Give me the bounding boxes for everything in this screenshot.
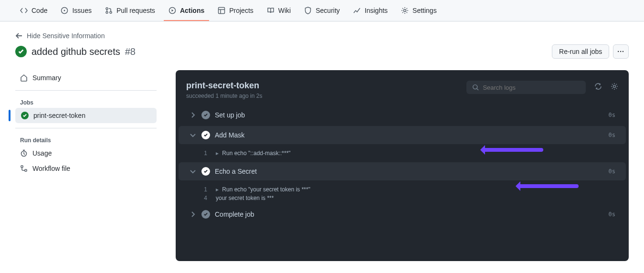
tab-wiki[interactable]: Wiki [262, 0, 296, 21]
log-line: 1 ▸ Run echo "::add-mask::***" [186, 149, 618, 158]
rerun-all-jobs-button[interactable]: Re-run all jobs [552, 44, 609, 59]
sidebar-usage[interactable]: Usage [15, 146, 157, 161]
workflow-file-icon [20, 165, 28, 172]
log-settings-button[interactable] [611, 83, 618, 92]
tab-code[interactable]: Code [15, 0, 52, 21]
arrow-left-icon [15, 32, 23, 40]
step-name: Add Mask [215, 131, 609, 139]
svg-rect-6 [219, 8, 225, 14]
more-actions-button[interactable]: ··· [613, 44, 629, 59]
settings-icon [401, 7, 409, 14]
divider [15, 90, 157, 91]
step-status-success-icon [201, 131, 210, 139]
projects-icon [218, 7, 225, 14]
divider [15, 128, 157, 128]
gear-icon [611, 83, 618, 90]
sidebar-summary[interactable]: Summary [15, 70, 157, 85]
tab-label: Code [32, 7, 47, 14]
sidebar-item-label: Summary [32, 74, 61, 82]
chevron-right-icon [189, 210, 197, 218]
tab-label: Settings [412, 7, 437, 14]
stopwatch-icon [20, 149, 28, 157]
refresh-icon [594, 83, 602, 90]
tab-projects[interactable]: Projects [213, 0, 258, 21]
svg-point-1 [64, 10, 65, 11]
jobs-heading: Jobs [15, 95, 157, 108]
refresh-button[interactable] [594, 83, 602, 92]
step-add-mask[interactable]: Add Mask 0s [179, 126, 626, 144]
svg-rect-9 [21, 166, 23, 168]
job-subtitle: succeeded 1 minute ago in 2s [186, 93, 262, 99]
code-icon [20, 7, 28, 14]
tab-issues[interactable]: Issues [56, 0, 96, 21]
issues-icon [61, 7, 68, 14]
home-icon [20, 74, 28, 82]
step-duration: 0s [609, 112, 615, 118]
svg-point-3 [106, 11, 108, 13]
tab-label: Actions [180, 7, 204, 14]
tab-label: Issues [72, 7, 91, 14]
run-number: #8 [125, 46, 136, 57]
line-number: 1 [198, 150, 207, 157]
run-details-heading: Run details [15, 133, 157, 146]
tab-actions[interactable]: Actions [164, 0, 209, 21]
actions-icon [169, 7, 176, 14]
wiki-icon [267, 7, 274, 14]
annotation-arrow [481, 148, 543, 152]
run-status-success-icon [15, 46, 27, 57]
line-text: Run echo "::add-mask::***" [222, 150, 290, 157]
step-complete-job[interactable]: Complete job 0s [179, 205, 626, 223]
search-logs-input[interactable] [466, 81, 586, 94]
line-text: your secret token is *** [216, 195, 274, 201]
chevron-right-icon [189, 111, 197, 119]
chevron-down-icon [189, 168, 197, 175]
sidebar-job-print-secret-token[interactable]: print-secret-token [15, 108, 157, 123]
search-icon [472, 84, 479, 91]
job-title: print-secret-token [186, 81, 262, 91]
line-text: Run echo "your secret token is ***" [222, 186, 310, 193]
chevron-down-icon [189, 131, 197, 139]
line-number: 1 [198, 186, 207, 193]
step-status-success-icon [201, 210, 210, 219]
step-set-up-job[interactable]: Set up job 0s [179, 106, 626, 124]
back-label: Hide Sensitive Information [27, 32, 105, 40]
svg-point-2 [106, 8, 108, 10]
security-icon [304, 7, 312, 14]
log-lines-add-mask: 1 ▸ Run echo "::add-mask::***" [176, 146, 629, 160]
search-field[interactable] [483, 84, 580, 91]
step-duration: 0s [609, 211, 615, 218]
sidebar-workflow-file[interactable]: Workflow file [15, 161, 157, 176]
line-number: 4 [198, 195, 207, 201]
tab-security[interactable]: Security [299, 0, 345, 21]
tab-insights[interactable]: Insights [348, 0, 392, 21]
log-line: 4 your secret token is *** [186, 194, 618, 202]
pr-icon [105, 7, 113, 14]
tab-label: Security [316, 7, 340, 14]
svg-rect-10 [25, 169, 27, 171]
run-title: added github secrets [32, 46, 120, 57]
tab-label: Wiki [278, 7, 291, 14]
insights-icon [353, 7, 361, 14]
step-duration: 0s [609, 168, 615, 175]
tab-label: Projects [229, 7, 253, 14]
tab-label: Insights [365, 7, 388, 14]
svg-point-11 [473, 85, 477, 89]
tab-pull-requests[interactable]: Pull requests [100, 0, 160, 21]
svg-point-4 [110, 11, 112, 13]
svg-point-12 [613, 85, 616, 88]
run-sidebar: Summary Jobs print-secret-token Run deta… [15, 70, 157, 261]
annotation-arrow [517, 184, 579, 188]
log-lines-echo-secret: 1 ▸ Run echo "your secret token is ***" … [176, 182, 629, 205]
log-panel: print-secret-token succeeded 1 minute ag… [176, 70, 629, 261]
repo-tabs: Code Issues Pull requests Actions Projec… [0, 0, 644, 21]
sidebar-item-label: Workflow file [32, 165, 70, 172]
sidebar-item-label: Usage [32, 149, 52, 157]
step-echo-a-secret[interactable]: Echo a Secret 0s [179, 162, 626, 180]
step-name: Echo a Secret [215, 168, 609, 175]
back-to-workflow[interactable]: Hide Sensitive Information [15, 29, 629, 42]
tab-settings[interactable]: Settings [396, 0, 442, 21]
job-status-success-icon [21, 112, 29, 119]
step-name: Complete job [215, 210, 609, 218]
step-duration: 0s [609, 132, 615, 138]
job-name: print-secret-token [33, 112, 85, 119]
